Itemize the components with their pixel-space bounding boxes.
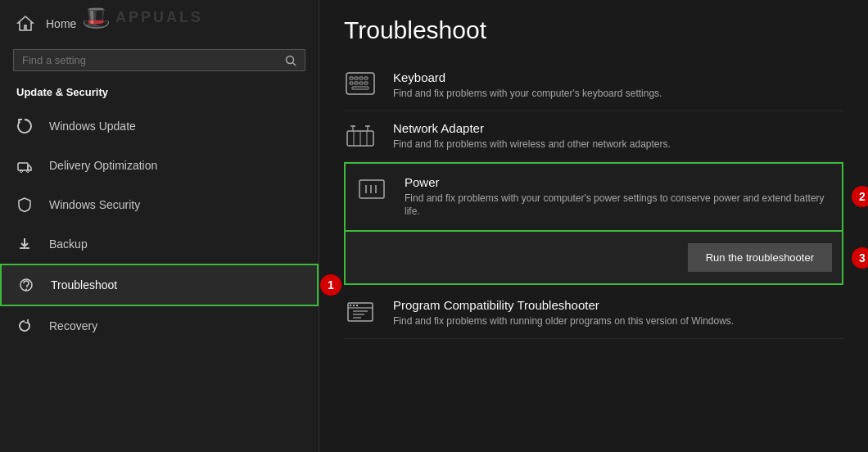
run-troubleshooter-row: Run the troubleshooter 3 bbox=[344, 232, 843, 285]
svg-rect-8 bbox=[346, 73, 374, 94]
security-icon bbox=[16, 197, 36, 213]
sidebar-item-delivery-optimization[interactable]: Delivery Optimization bbox=[0, 146, 319, 185]
sidebar-item-label-windows-update: Windows Update bbox=[49, 120, 136, 133]
watermark: 🎩 APPUALS bbox=[82, 4, 203, 31]
network-adapter-content: Network Adapter Find and fix problems wi… bbox=[393, 121, 843, 151]
sidebar-item-windows-security[interactable]: Windows Security bbox=[0, 185, 319, 224]
recovery-icon bbox=[16, 318, 36, 334]
section-label: Update & Security bbox=[0, 81, 319, 106]
troubleshoot-item-program-compatibility[interactable]: Program Compatibility Troubleshooter Fin… bbox=[344, 288, 843, 339]
update-icon bbox=[16, 118, 36, 134]
badge-1: 1 bbox=[320, 274, 341, 296]
sidebar-item-label-recovery: Recovery bbox=[49, 319, 97, 332]
sidebar-item-label-backup: Backup bbox=[49, 237, 88, 251]
svg-rect-17 bbox=[352, 87, 368, 89]
svg-point-34 bbox=[353, 305, 355, 306]
svg-rect-24 bbox=[359, 180, 384, 198]
keyboard-icon bbox=[344, 72, 377, 95]
network-adapter-name: Network Adapter bbox=[393, 121, 843, 135]
program-compatibility-name: Program Compatibility Troubleshooter bbox=[393, 298, 843, 312]
badge-2: 2 bbox=[852, 186, 868, 207]
svg-rect-14 bbox=[355, 82, 358, 84]
search-icon bbox=[285, 55, 296, 66]
power-content: Power Find and fix problems with your co… bbox=[405, 175, 832, 219]
main-content: Troubleshoot Keyboard Find and fix probl… bbox=[319, 0, 868, 452]
home-icon bbox=[16, 15, 34, 33]
troubleshoot-icon bbox=[18, 277, 38, 293]
delivery-icon bbox=[16, 157, 36, 174]
power-name: Power bbox=[405, 175, 832, 189]
sidebar-item-troubleshoot[interactable]: Troubleshoot 1 bbox=[0, 264, 319, 306]
svg-rect-16 bbox=[364, 82, 368, 84]
sidebar-item-windows-update[interactable]: Windows Update bbox=[0, 106, 319, 146]
sidebar-item-label-troubleshoot: Troubleshoot bbox=[51, 278, 117, 292]
search-box[interactable] bbox=[13, 49, 305, 71]
svg-rect-10 bbox=[355, 77, 358, 79]
network-adapter-icon bbox=[344, 123, 377, 147]
sidebar-item-recovery[interactable]: Recovery bbox=[0, 306, 319, 346]
power-desc: Find and fix problems with your computer… bbox=[405, 192, 832, 219]
sidebar: Home 🎩 APPUALS Update & Security Windows… bbox=[0, 0, 319, 452]
svg-point-4 bbox=[27, 170, 29, 173]
program-compatibility-desc: Find and fix problems with running older… bbox=[393, 314, 843, 328]
svg-point-0 bbox=[287, 56, 294, 63]
run-troubleshooter-button[interactable]: Run the troubleshooter bbox=[688, 243, 832, 272]
svg-rect-13 bbox=[350, 82, 353, 84]
keyboard-content: Keyboard Find and fix problems with your… bbox=[393, 70, 843, 101]
svg-rect-2 bbox=[18, 163, 28, 170]
badge-3: 3 bbox=[852, 247, 868, 269]
svg-rect-9 bbox=[350, 77, 353, 79]
backup-icon bbox=[16, 236, 36, 252]
svg-rect-15 bbox=[359, 82, 363, 84]
search-input[interactable] bbox=[22, 54, 278, 66]
svg-rect-12 bbox=[364, 77, 368, 79]
svg-point-3 bbox=[20, 170, 23, 173]
keyboard-desc: Find and fix problems with your computer… bbox=[393, 87, 843, 101]
power-section-wrapper: Power Find and fix problems with your co… bbox=[344, 162, 843, 286]
svg-rect-11 bbox=[359, 77, 363, 79]
home-label: Home bbox=[46, 17, 76, 30]
power-icon bbox=[355, 177, 388, 201]
svg-point-33 bbox=[350, 305, 351, 306]
network-adapter-desc: Find and fix problems with wireless and … bbox=[393, 138, 843, 151]
sidebar-item-label-windows-security: Windows Security bbox=[49, 198, 140, 211]
svg-line-1 bbox=[293, 62, 296, 66]
sidebar-item-backup[interactable]: Backup bbox=[0, 224, 319, 264]
sidebar-home-item[interactable]: Home 🎩 APPUALS bbox=[0, 0, 319, 46]
sidebar-item-label-delivery-optimization: Delivery Optimization bbox=[49, 159, 157, 172]
keyboard-name: Keyboard bbox=[393, 70, 843, 84]
troubleshoot-item-keyboard[interactable]: Keyboard Find and fix problems with your… bbox=[344, 61, 843, 111]
svg-rect-28 bbox=[348, 303, 373, 321]
page-title: Troubleshoot bbox=[344, 16, 843, 44]
program-compatibility-content: Program Compatibility Troubleshooter Fin… bbox=[393, 298, 843, 328]
program-compatibility-icon bbox=[344, 300, 377, 324]
troubleshoot-item-power[interactable]: Power Find and fix problems with your co… bbox=[344, 162, 843, 233]
troubleshoot-item-network-adapter[interactable]: Network Adapter Find and fix problems wi… bbox=[344, 111, 843, 162]
svg-point-35 bbox=[356, 305, 358, 306]
svg-point-7 bbox=[25, 289, 27, 291]
